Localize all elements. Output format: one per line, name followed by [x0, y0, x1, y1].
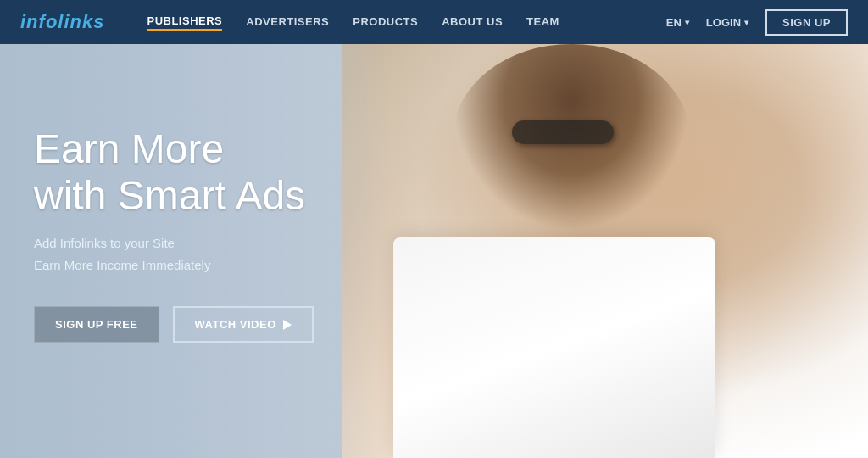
- watch-video-button[interactable]: WATCH VIDEO: [173, 306, 314, 343]
- hero-title-line1: Earn More: [34, 126, 224, 171]
- nav-links: PUBLISHERS ADVERTISERS PRODUCTS ABOUT US…: [147, 14, 665, 31]
- nav-about-us[interactable]: ABOUT US: [442, 15, 503, 30]
- lang-label: EN: [666, 16, 682, 29]
- hero-subtitle: Add Infolinks to your Site Earn More Inc…: [34, 232, 348, 276]
- hero-section: Earn More with Smart Ads Add Infolinks t…: [0, 0, 868, 458]
- lang-chevron-icon: ▾: [685, 18, 689, 27]
- signup-free-button[interactable]: SIGN UP FREE: [34, 306, 159, 343]
- nav-right: EN ▾ LOGIN ▾ SIGN UP: [666, 9, 848, 36]
- hero-buttons: SIGN UP FREE WATCH VIDEO: [34, 306, 348, 343]
- signup-button[interactable]: SIGN UP: [765, 9, 848, 36]
- hero-person-image: [342, 44, 868, 458]
- hero-title: Earn More with Smart Ads: [34, 126, 348, 219]
- glasses-shape: [512, 120, 614, 144]
- logo-links: links: [58, 11, 104, 32]
- login-button[interactable]: LOGIN ▾: [706, 16, 748, 29]
- logo-info: info: [20, 11, 58, 32]
- nav-team[interactable]: TEAM: [526, 15, 559, 30]
- nav-advertisers[interactable]: ADVERTISERS: [246, 15, 329, 30]
- hero-subtitle-line1: Add Infolinks to your Site: [34, 236, 175, 250]
- login-chevron-icon: ▾: [744, 18, 748, 27]
- lang-selector[interactable]: EN ▾: [666, 16, 689, 29]
- nav-products[interactable]: PRODUCTS: [353, 15, 418, 30]
- hero-content: Earn More with Smart Ads Add Infolinks t…: [0, 44, 390, 458]
- hero-title-line2: with Smart Ads: [34, 173, 305, 218]
- navbar: infolinks PUBLISHERS ADVERTISERS PRODUCT…: [0, 0, 868, 44]
- watch-video-label: WATCH VIDEO: [195, 318, 276, 331]
- login-label: LOGIN: [706, 16, 741, 29]
- play-icon: [283, 320, 292, 330]
- hero-subtitle-line2: Earn More Income Immediately: [34, 258, 210, 272]
- logo[interactable]: infolinks: [20, 11, 104, 33]
- nav-publishers[interactable]: PUBLISHERS: [147, 14, 222, 31]
- laptop-shape: [393, 237, 715, 458]
